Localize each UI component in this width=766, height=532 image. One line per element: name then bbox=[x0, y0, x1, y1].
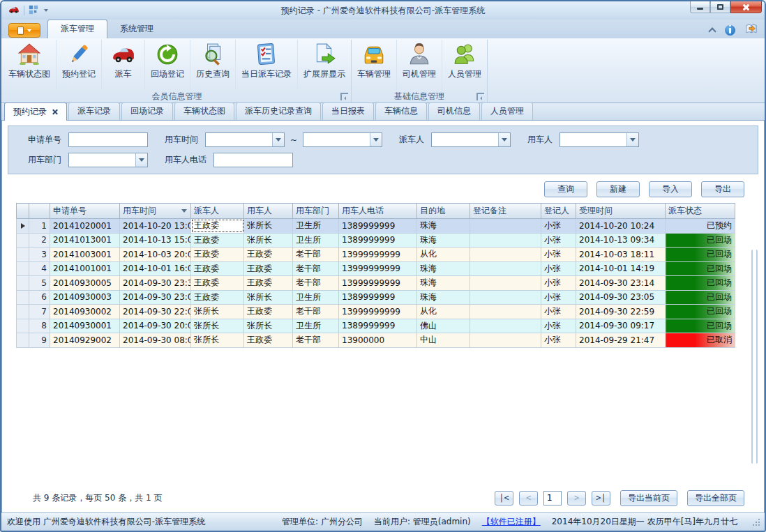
grid-header[interactable]: 用车人 bbox=[244, 204, 293, 219]
dispatch-status-cell[interactable]: 已预约 bbox=[666, 219, 735, 234]
grid-cell[interactable]: 珠海 bbox=[417, 276, 470, 291]
page-number-input[interactable] bbox=[543, 491, 562, 506]
dispatch-status-cell[interactable]: 已取消 bbox=[666, 333, 735, 348]
grid-header[interactable]: 登记人 bbox=[541, 204, 576, 219]
grid-cell[interactable]: 1389999999 bbox=[339, 219, 417, 234]
reservation-register-button[interactable]: 预约登记 bbox=[57, 40, 102, 90]
grid-cell[interactable]: 1389999999 bbox=[339, 233, 417, 248]
grid-cell[interactable]: 13999999999 bbox=[339, 305, 417, 319]
grid-cell[interactable]: 王政委 bbox=[244, 261, 293, 276]
grid-cell[interactable]: 张所长 bbox=[244, 319, 293, 333]
grid-cell[interactable]: 2014-09-29 21:47 bbox=[576, 333, 666, 348]
grid-cell[interactable]: 2014-09-30 23:14 bbox=[576, 276, 666, 291]
today-dispatch-list-button[interactable]: 当日派车记录 bbox=[236, 40, 298, 90]
vertical-scrollbar[interactable] bbox=[751, 250, 758, 464]
dispatch-status-cell[interactable]: 已回场 bbox=[666, 290, 735, 305]
grid-cell[interactable]: 小张 bbox=[541, 319, 576, 333]
grid-cell[interactable]: 王政委 bbox=[191, 290, 244, 305]
grid-cell[interactable]: 2014-09-30 22:00 bbox=[120, 305, 191, 319]
grid-cell[interactable]: 2014-10-03 18:11 bbox=[576, 248, 666, 262]
grid-cell[interactable]: 卫生所 bbox=[293, 233, 339, 248]
grid-cell[interactable]: 2014-10-13 15:00 bbox=[120, 233, 191, 248]
history-search-button[interactable]: 历史查询 bbox=[190, 40, 236, 90]
grid-cell[interactable]: 20140929002 bbox=[50, 333, 120, 348]
grid-header[interactable]: 派车状态 bbox=[666, 204, 735, 219]
ribbon-tab-dispatch[interactable]: 派车管理 bbox=[47, 20, 107, 38]
grid-cell[interactable] bbox=[470, 219, 541, 234]
combo-dropdown-button[interactable] bbox=[370, 133, 382, 146]
grid-cell[interactable] bbox=[470, 276, 541, 291]
grid-cell[interactable]: 2014-09-30 23:00 bbox=[120, 290, 191, 305]
table-row[interactable]: 4201410010012014-10-01 16:00王政委王政委老干部139… bbox=[17, 261, 735, 276]
doc-tab-return-records[interactable]: 回场记录 bbox=[121, 102, 173, 120]
export-all-pages-button[interactable]: 导出全部页 bbox=[687, 490, 744, 506]
prev-page-button[interactable]: < bbox=[519, 491, 538, 506]
row-indicator[interactable] bbox=[17, 248, 29, 262]
grid-cell[interactable]: 2014-09-30 23:30 bbox=[120, 276, 191, 291]
grid-header[interactable]: 受理时间 bbox=[576, 204, 666, 219]
grid-cell[interactable]: 张所长 bbox=[244, 219, 293, 234]
grid-cell[interactable]: 卫生所 bbox=[293, 219, 339, 234]
maximize-button[interactable] bbox=[710, 1, 730, 13]
doc-tab-driver-info[interactable]: 司机信息 bbox=[428, 102, 480, 120]
grid-cell[interactable]: 卫生所 bbox=[293, 290, 339, 305]
row-number[interactable]: 3 bbox=[29, 248, 50, 262]
grid-cell[interactable]: 2014-10-20 10:24 bbox=[576, 219, 666, 234]
row-indicator[interactable] bbox=[17, 219, 29, 234]
row-indicator[interactable] bbox=[17, 276, 29, 291]
grid-cell[interactable] bbox=[470, 290, 541, 305]
grid-cell[interactable]: 小张 bbox=[541, 261, 576, 276]
grid-cell[interactable]: 20140930001 bbox=[50, 319, 120, 333]
doc-tab-dispatch-records[interactable]: 派车记录 bbox=[68, 102, 120, 120]
grid-cell[interactable]: 王政委 bbox=[244, 276, 293, 291]
grid-cell[interactable]: 2014-09-30 20:00 bbox=[120, 319, 191, 333]
dispatch-car-button[interactable]: 派车 bbox=[102, 40, 145, 90]
new-button[interactable]: 新建 bbox=[596, 181, 640, 197]
grid-cell[interactable]: 张所长 bbox=[191, 319, 244, 333]
grid-cell[interactable]: 小张 bbox=[541, 333, 576, 348]
table-row[interactable]: 2201410130012014-10-13 15:00王政委张所长卫生所138… bbox=[17, 233, 735, 248]
grid-cell[interactable]: 20141003001 bbox=[50, 248, 120, 262]
dispatch-status-cell[interactable]: 已回场 bbox=[666, 248, 735, 262]
dispatch-status-cell[interactable]: 已回场 bbox=[666, 305, 735, 319]
grid-cell[interactable]: 2014-09-30 22:59 bbox=[576, 305, 666, 319]
grid-cell[interactable]: 王政委 bbox=[244, 305, 293, 319]
grid-cell[interactable]: 张所长 bbox=[191, 333, 244, 348]
row-number[interactable]: 5 bbox=[29, 276, 50, 291]
grid-cell[interactable]: 从化 bbox=[417, 248, 470, 262]
people-manage-button[interactable]: 人员管理 bbox=[442, 40, 487, 90]
combo-dropdown-button[interactable] bbox=[626, 133, 638, 146]
combo-dropdown-button[interactable] bbox=[135, 153, 147, 167]
grid-cell[interactable]: 珠海 bbox=[417, 219, 470, 234]
grid-header[interactable]: 派车人 bbox=[191, 204, 244, 219]
dispatch-status-cell[interactable]: 已回场 bbox=[666, 276, 735, 291]
minimize-button[interactable] bbox=[690, 1, 710, 13]
doc-tab-reservation-records[interactable]: 预约记录 bbox=[4, 102, 67, 121]
grid-cell[interactable]: 20140930003 bbox=[50, 290, 120, 305]
grid-header[interactable]: 目的地 bbox=[417, 204, 470, 219]
row-indicator[interactable] bbox=[17, 290, 29, 305]
query-button[interactable]: 查询 bbox=[544, 181, 587, 197]
grid-cell[interactable]: 王政委 bbox=[244, 248, 293, 262]
grid-cell[interactable]: 2014-10-20 13:00 bbox=[120, 219, 191, 234]
row-indicator[interactable] bbox=[17, 233, 29, 248]
grid-cell[interactable] bbox=[470, 248, 541, 262]
table-row[interactable]: 7201409300022014-09-30 22:00张所长王政委老干部139… bbox=[17, 305, 735, 319]
table-row[interactable]: 3201410030012014-10-03 20:00王政委王政委老干部139… bbox=[17, 248, 735, 262]
grid-cell[interactable] bbox=[470, 233, 541, 248]
use-time-to-combo[interactable] bbox=[303, 132, 382, 147]
close-button[interactable] bbox=[730, 1, 762, 13]
grid-cell[interactable]: 1389999999 bbox=[339, 290, 417, 305]
table-row[interactable]: 8201409300012014-09-30 20:00张所长张所长卫生所138… bbox=[17, 319, 735, 333]
grid-cell[interactable]: 13900000 bbox=[339, 333, 417, 348]
grid-cell[interactable]: 小张 bbox=[541, 248, 576, 262]
grid-cell[interactable]: 2014-09-30 23:05 bbox=[576, 290, 666, 305]
grid-cell[interactable]: 2014-09-30 08:00 bbox=[120, 333, 191, 348]
last-page-button[interactable]: >| bbox=[592, 491, 610, 506]
grid-cell[interactable]: 珠海 bbox=[417, 261, 470, 276]
row-number[interactable]: 7 bbox=[29, 305, 50, 319]
table-row[interactable]: 1201410200012014-10-20 13:00王政委张所长卫生所138… bbox=[17, 219, 735, 234]
grid-header[interactable]: 用车人电话 bbox=[339, 204, 417, 219]
grid-cell[interactable]: 2014-10-01 14:19 bbox=[576, 261, 666, 276]
grid-cell[interactable]: 2014-09-30 09:17 bbox=[576, 319, 666, 333]
